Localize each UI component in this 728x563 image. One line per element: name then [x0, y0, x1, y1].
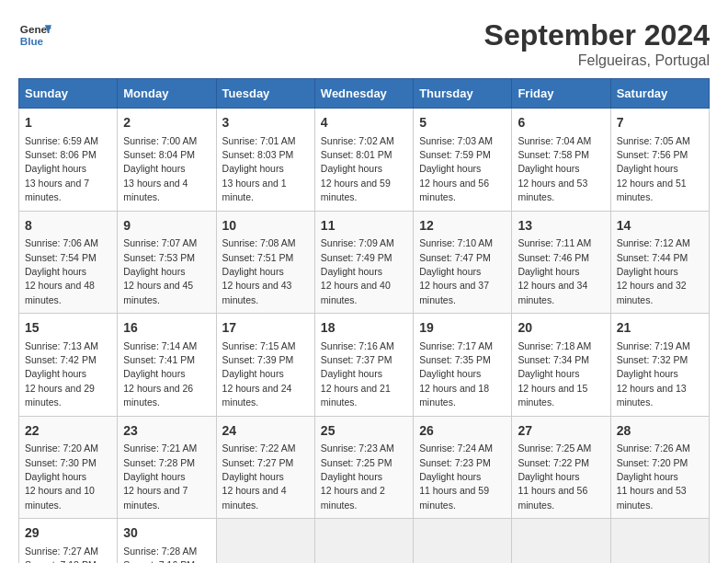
table-row: 22 Sunrise: 7:20 AMSunset: 7:30 PMDaylig…	[19, 416, 118, 519]
table-row	[216, 519, 314, 563]
col-friday: Friday	[512, 79, 610, 109]
day-info: Sunrise: 7:06 AMSunset: 7:54 PMDaylight …	[25, 237, 98, 305]
day-number: 5	[419, 114, 506, 132]
day-info: Sunrise: 7:28 AMSunset: 7:16 PMDaylight …	[123, 546, 197, 563]
day-info: Sunrise: 7:05 AMSunset: 7:56 PMDaylight …	[617, 135, 690, 203]
col-sunday: Sunday	[19, 79, 118, 109]
table-row: 4 Sunrise: 7:02 AMSunset: 8:01 PMDayligh…	[314, 109, 413, 212]
table-row: 12 Sunrise: 7:10 AMSunset: 7:47 PMDaylig…	[414, 211, 512, 314]
day-info: Sunrise: 7:23 AMSunset: 7:25 PMDaylight …	[321, 442, 394, 511]
table-row: 30 Sunrise: 7:28 AMSunset: 7:16 PMDaylig…	[118, 519, 216, 563]
day-info: Sunrise: 7:09 AMSunset: 7:49 PMDaylight …	[321, 237, 394, 305]
day-number: 28	[617, 422, 703, 441]
day-info: Sunrise: 6:59 AMSunset: 8:06 PMDaylight …	[25, 135, 98, 203]
day-number: 30	[123, 524, 210, 543]
day-info: Sunrise: 7:22 AMSunset: 7:27 PMDaylight …	[222, 442, 296, 511]
day-info: Sunrise: 7:16 AMSunset: 7:37 PMDaylight …	[321, 340, 394, 408]
day-number: 3	[222, 114, 309, 132]
day-info: Sunrise: 7:07 AMSunset: 7:53 PMDaylight …	[123, 237, 197, 305]
table-row	[314, 519, 413, 563]
table-row: 29 Sunrise: 7:27 AMSunset: 7:18 PMDaylig…	[19, 519, 118, 563]
header-row: Sunday Monday Tuesday Wednesday Thursday…	[19, 79, 710, 109]
calendar-row: 29 Sunrise: 7:27 AMSunset: 7:18 PMDaylig…	[19, 519, 710, 563]
day-number: 26	[419, 422, 506, 441]
logo: General Blue	[18, 18, 51, 52]
day-number: 18	[321, 319, 407, 338]
day-info: Sunrise: 7:02 AMSunset: 8:01 PMDaylight …	[321, 135, 394, 203]
day-info: Sunrise: 7:26 AMSunset: 7:20 PMDaylight …	[617, 442, 690, 511]
day-info: Sunrise: 7:00 AMSunset: 8:04 PMDaylight …	[123, 135, 197, 203]
table-row: 28 Sunrise: 7:26 AMSunset: 7:20 PMDaylig…	[610, 416, 709, 519]
table-row	[414, 519, 512, 563]
table-row: 26 Sunrise: 7:24 AMSunset: 7:23 PMDaylig…	[414, 416, 512, 519]
table-row: 7 Sunrise: 7:05 AMSunset: 7:56 PMDayligh…	[610, 109, 709, 212]
day-info: Sunrise: 7:27 AMSunset: 7:18 PMDaylight …	[25, 546, 98, 563]
table-row: 25 Sunrise: 7:23 AMSunset: 7:25 PMDaylig…	[314, 416, 413, 519]
day-number: 8	[25, 217, 111, 236]
day-number: 17	[222, 319, 309, 338]
col-tuesday: Tuesday	[216, 79, 314, 109]
table-row: 27 Sunrise: 7:25 AMSunset: 7:22 PMDaylig…	[512, 416, 610, 519]
day-info: Sunrise: 7:01 AMSunset: 8:03 PMDaylight …	[222, 135, 296, 203]
table-row: 10 Sunrise: 7:08 AMSunset: 7:51 PMDaylig…	[216, 211, 314, 314]
table-row: 8 Sunrise: 7:06 AMSunset: 7:54 PMDayligh…	[19, 211, 118, 314]
table-row: 13 Sunrise: 7:11 AMSunset: 7:46 PMDaylig…	[512, 211, 610, 314]
day-number: 20	[518, 319, 604, 338]
svg-text:Blue: Blue	[20, 35, 44, 47]
day-info: Sunrise: 7:10 AMSunset: 7:47 PMDaylight …	[419, 237, 493, 305]
day-number: 4	[321, 114, 407, 132]
day-number: 21	[617, 319, 703, 338]
day-info: Sunrise: 7:13 AMSunset: 7:42 PMDaylight …	[25, 340, 98, 408]
col-thursday: Thursday	[414, 79, 512, 109]
day-number: 24	[222, 422, 309, 441]
table-row: 14 Sunrise: 7:12 AMSunset: 7:44 PMDaylig…	[610, 211, 709, 314]
day-info: Sunrise: 7:21 AMSunset: 7:28 PMDaylight …	[123, 442, 197, 511]
day-number: 6	[518, 114, 604, 132]
day-info: Sunrise: 7:04 AMSunset: 7:58 PMDaylight …	[518, 135, 591, 203]
table-row: 11 Sunrise: 7:09 AMSunset: 7:49 PMDaylig…	[314, 211, 413, 314]
day-info: Sunrise: 7:03 AMSunset: 7:59 PMDaylight …	[419, 135, 493, 203]
calendar-row: 22 Sunrise: 7:20 AMSunset: 7:30 PMDaylig…	[19, 416, 710, 519]
table-row: 16 Sunrise: 7:14 AMSunset: 7:41 PMDaylig…	[118, 314, 216, 417]
col-monday: Monday	[118, 79, 216, 109]
day-number: 9	[123, 217, 210, 236]
day-info: Sunrise: 7:24 AMSunset: 7:23 PMDaylight …	[419, 442, 493, 511]
table-row: 21 Sunrise: 7:19 AMSunset: 7:32 PMDaylig…	[610, 314, 709, 417]
day-info: Sunrise: 7:20 AMSunset: 7:30 PMDaylight …	[25, 442, 98, 511]
table-row: 9 Sunrise: 7:07 AMSunset: 7:53 PMDayligh…	[118, 211, 216, 314]
day-info: Sunrise: 7:19 AMSunset: 7:32 PMDaylight …	[617, 340, 690, 408]
day-info: Sunrise: 7:17 AMSunset: 7:35 PMDaylight …	[419, 340, 493, 408]
day-number: 25	[321, 422, 407, 441]
calendar-row: 8 Sunrise: 7:06 AMSunset: 7:54 PMDayligh…	[19, 211, 710, 314]
day-number: 1	[25, 114, 111, 132]
table-row: 2 Sunrise: 7:00 AMSunset: 8:04 PMDayligh…	[118, 109, 216, 212]
day-number: 14	[617, 217, 703, 236]
table-row: 6 Sunrise: 7:04 AMSunset: 7:58 PMDayligh…	[512, 109, 610, 212]
col-saturday: Saturday	[610, 79, 709, 109]
logo-icon: General Blue	[18, 18, 51, 52]
table-row: 23 Sunrise: 7:21 AMSunset: 7:28 PMDaylig…	[118, 416, 216, 519]
day-number: 7	[617, 114, 703, 132]
day-number: 10	[222, 217, 309, 236]
table-row: 3 Sunrise: 7:01 AMSunset: 8:03 PMDayligh…	[216, 109, 314, 212]
title-area: September 2024 Felgueiras, Portugal	[484, 18, 710, 69]
header: General Blue September 2024 Felgueiras, …	[18, 18, 710, 69]
calendar-table: Sunday Monday Tuesday Wednesday Thursday…	[18, 78, 710, 563]
calendar-row: 15 Sunrise: 7:13 AMSunset: 7:42 PMDaylig…	[19, 314, 710, 417]
table-row: 5 Sunrise: 7:03 AMSunset: 7:59 PMDayligh…	[414, 109, 512, 212]
calendar-row: 1 Sunrise: 6:59 AMSunset: 8:06 PMDayligh…	[19, 109, 710, 212]
day-info: Sunrise: 7:08 AMSunset: 7:51 PMDaylight …	[222, 237, 296, 305]
day-number: 27	[518, 422, 604, 441]
table-row	[610, 519, 709, 563]
day-number: 13	[518, 217, 604, 236]
col-wednesday: Wednesday	[314, 79, 413, 109]
day-info: Sunrise: 7:12 AMSunset: 7:44 PMDaylight …	[617, 237, 690, 305]
table-row: 1 Sunrise: 6:59 AMSunset: 8:06 PMDayligh…	[19, 109, 118, 212]
table-row: 17 Sunrise: 7:15 AMSunset: 7:39 PMDaylig…	[216, 314, 314, 417]
day-number: 11	[321, 217, 407, 236]
day-info: Sunrise: 7:15 AMSunset: 7:39 PMDaylight …	[222, 340, 296, 408]
day-number: 22	[25, 422, 111, 441]
day-info: Sunrise: 7:11 AMSunset: 7:46 PMDaylight …	[518, 237, 591, 305]
day-number: 19	[419, 319, 506, 338]
day-number: 23	[123, 422, 210, 441]
